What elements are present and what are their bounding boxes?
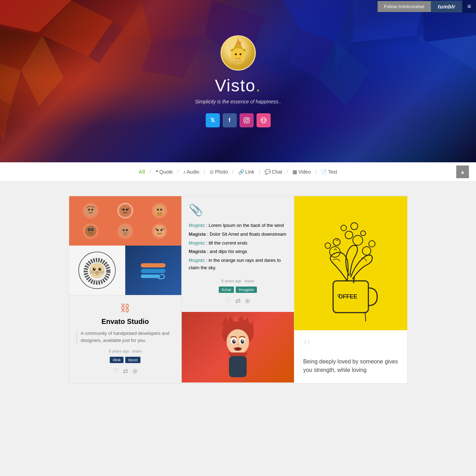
left-column: ⛓ Envato Studio A community of handpicke… [69,196,182,383]
svg-point-92 [333,239,340,246]
chat-name-2: Magista [189,231,206,237]
svg-point-27 [238,60,242,64]
svg-point-23 [235,53,237,55]
face-3 [152,203,167,218]
nav-photo[interactable]: ⊙Photo [210,169,228,175]
facebook-icon[interactable]: f [223,113,237,127]
right-column: OFFEE C [294,196,407,383]
nav-sep-7: / [315,169,317,175]
chat-share-icon[interactable]: ⊕ [245,297,250,305]
svg-point-84 [237,344,239,345]
yellow-doodle-card: OFFEE C [294,196,407,330]
svg-point-96 [353,235,363,245]
svg-point-71 [227,329,249,355]
chat-reblog-icon[interactable]: ⇄ [235,297,241,305]
nav-all[interactable]: All [139,169,145,175]
lion-card [69,246,125,295]
svg-point-83 [242,340,243,342]
character-svg [210,315,266,379]
chat-name-1: Mogisto [189,223,205,228]
share2-icon[interactable]: ⊕ [132,367,138,375]
chat-post-share[interactable]: share [245,279,254,283]
nav-chat[interactable]: 💬Chat [265,169,282,175]
svg-point-35 [119,205,131,216]
svg-point-52 [154,225,165,237]
follow-button[interactable]: Follow tmintcreative [378,1,431,12]
quote-mark: " [303,339,398,354]
instagram-icon[interactable] [240,113,254,127]
svg-text:OFFEE: OFFEE [338,294,357,300]
menu-button[interactable]: ≡ [462,0,476,13]
chat-text-1: Lorem Ipsum on the back of the wind [209,223,284,228]
link-post-actions: ♡ ⇄ ⊕ [76,367,174,375]
svg-point-62 [96,271,98,273]
svg-point-100 [361,231,366,236]
blue-logo-svg [139,260,167,281]
social-icons: 𝕏 f [206,113,271,127]
dribbble-icon[interactable] [257,113,271,127]
lion-svg [78,251,116,290]
tag-link[interactable]: #link [110,357,123,363]
site-title: Visto. [215,76,261,95]
chat-post-meta: 8 years ago share [189,279,287,283]
link-post-share[interactable]: share [132,349,142,353]
tumblr-button[interactable]: tumblr [431,1,463,12]
doodle-svg: OFFEE C [308,200,393,327]
link-post-tags: #link #post [76,357,174,363]
chat-line-5: Mogisto : in the orange sun rays and dar… [189,257,287,272]
tag-magisto[interactable]: #magisto [236,287,257,293]
link-post-meta: 8 years ago share [76,349,174,353]
nav-bar: All / ❝Quote / ♪Audio / ⊙Photo / 🔗Link /… [0,162,476,182]
svg-point-31 [261,118,266,123]
quote-card: " Being deeply loved by someone gives yo… [294,330,407,383]
tag-chat[interactable]: #chat [219,287,234,293]
svg-point-29 [245,119,248,122]
svg-point-81 [241,339,244,344]
chat-sep-2: : [207,231,210,237]
nav-audio[interactable]: ♪Audio [183,169,199,175]
svg-marker-5 [0,64,21,106]
chat-name-4: Magista [189,249,206,254]
link-post-info: ⛓ Envato Studio A community of handpicke… [69,295,181,382]
chat-line-2: Magista : Dolor Sit Amet and floats down… [189,231,287,238]
chat-line-3: Mogisto : till the current ends [189,240,287,247]
chat-like-icon[interactable]: ♡ [225,297,231,305]
like-icon[interactable]: ♡ [113,367,119,375]
svg-point-30 [248,118,248,119]
nav-video[interactable]: ▦Video [293,169,311,175]
middle-column: 📎 Mogisto : Lorem Ipsum on the back of t… [182,196,294,383]
svg-point-85 [234,347,241,351]
svg-rect-67 [141,263,165,267]
face-1 [83,203,98,218]
chat-text-3: till the current ends [209,240,247,246]
chat-post: 📎 Mogisto : Lorem Ipsum on the back of t… [182,196,294,312]
chat-post-actions: ♡ ⇄ ⊕ [189,297,287,305]
svg-point-93 [325,243,331,248]
svg-point-43 [157,213,162,216]
nav-quote[interactable]: ❝Quote [156,169,173,175]
svg-rect-69 [141,275,160,278]
scroll-top-button[interactable]: ▲ [456,165,469,178]
chat-text-2: Dolor Sit Amet and floats downstream [210,231,287,237]
twitter-icon[interactable]: 𝕏 [206,113,220,127]
nav-text[interactable]: 📄Text [321,169,337,175]
nav-link[interactable]: 🔗Link [238,169,254,175]
svg-point-80 [232,339,236,344]
face-4 [83,223,98,239]
svg-point-34 [91,209,93,211]
site-tagline: Simplicity is the essence of happiness.. [195,99,281,104]
chat-sep-4: : [207,249,210,254]
svg-rect-86 [229,356,247,377]
reblog-icon[interactable]: ⇄ [123,367,128,375]
svg-point-42 [160,209,162,211]
svg-text:C: C [337,293,340,297]
nav-sep-1: / [150,169,151,175]
face-grid-post [69,196,181,246]
svg-point-41 [157,209,159,211]
posts-grid: ⛓ Envato Studio A community of handpicke… [69,196,408,384]
face-2 [118,203,133,218]
link-post-title: Envato Studio [76,318,174,326]
svg-point-21 [240,41,242,43]
tag-post[interactable]: #post [125,357,140,363]
chat-name-3: Mogisto [189,240,205,246]
